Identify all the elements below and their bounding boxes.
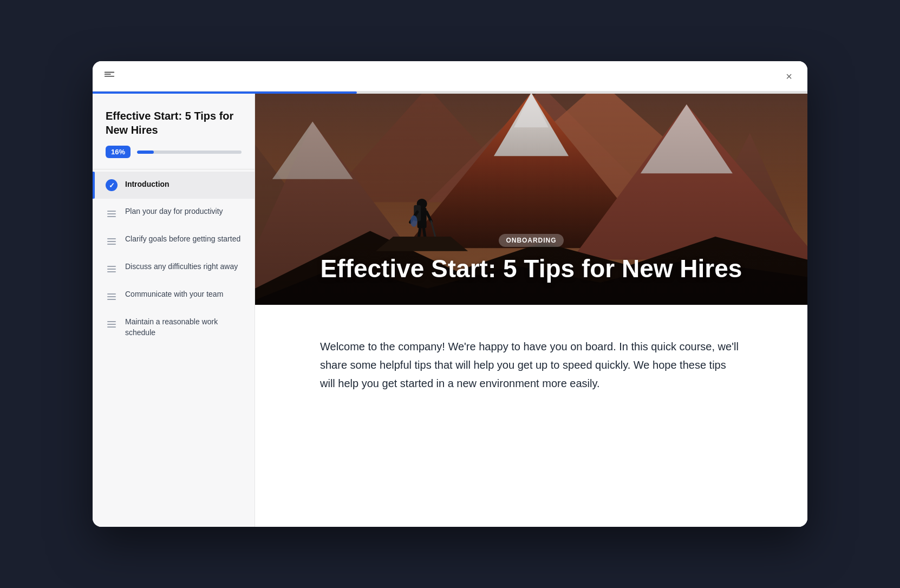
- progress-bar-bg: [137, 151, 242, 154]
- top-bar: ×: [93, 61, 807, 92]
- lines-icon-3: [106, 262, 118, 274]
- hero-text-block: ONBOARDING Effective Start: 5 Tips for N…: [310, 234, 752, 283]
- lines-icon-5: [106, 317, 118, 329]
- progress-row: 16%: [93, 146, 255, 169]
- sidebar-item-plan-your-day[interactable]: Plan your day for productivity: [93, 199, 255, 226]
- lines-icon-4: [106, 290, 118, 302]
- close-button[interactable]: ×: [781, 69, 797, 84]
- progress-badge: 16%: [106, 146, 131, 158]
- hero-tag: ONBOARDING: [499, 234, 564, 247]
- check-circle-icon: [106, 179, 118, 191]
- sidebar-item-clarify-goals[interactable]: Clarify goals before getting started: [93, 226, 255, 254]
- intro-paragraph: Welcome to the company! We're happy to h…: [320, 337, 742, 393]
- sidebar-item-clarify-label: Clarify goals before getting started: [125, 234, 240, 245]
- modal-container: × Effective Start: 5 Tips for New Hires …: [93, 61, 807, 527]
- sidebar-item-communicate-team[interactable]: Communicate with your team: [93, 282, 255, 309]
- sidebar-item-discuss-difficulties[interactable]: Discuss any difficulties right away: [93, 254, 255, 282]
- lines-icon-1: [106, 207, 118, 219]
- sidebar-item-maintain-schedule[interactable]: Maintain a reasonable work schedule: [93, 309, 255, 345]
- sidebar-item-plan-label: Plan your day for productivity: [125, 206, 223, 217]
- sidebar-title: Effective Start: 5 Tips for New Hires: [93, 109, 255, 146]
- sidebar-item-maintain-label: Maintain a reasonable work schedule: [125, 317, 242, 338]
- content-area: ONBOARDING Effective Start: 5 Tips for N…: [255, 94, 807, 527]
- sidebar-item-introduction-label: Introduction: [125, 179, 169, 190]
- sidebar-item-introduction[interactable]: Introduction: [93, 172, 255, 199]
- sidebar-item-discuss-label: Discuss any difficulties right away: [125, 262, 238, 272]
- hero-image: ONBOARDING Effective Start: 5 Tips for N…: [255, 94, 807, 305]
- main-area: Effective Start: 5 Tips for New Hires 16…: [93, 94, 807, 527]
- menu-icon[interactable]: [103, 69, 115, 83]
- sidebar-item-communicate-label: Communicate with your team: [125, 289, 223, 300]
- top-bar-left: [103, 69, 115, 83]
- hero-title: Effective Start: 5 Tips for New Hires: [310, 254, 752, 283]
- progress-bar-fill: [137, 151, 154, 154]
- content-body: Welcome to the company! We're happy to h…: [255, 305, 807, 425]
- sidebar: Effective Start: 5 Tips for New Hires 16…: [93, 94, 255, 527]
- sidebar-divider: [93, 169, 255, 169]
- lines-icon-2: [106, 234, 118, 246]
